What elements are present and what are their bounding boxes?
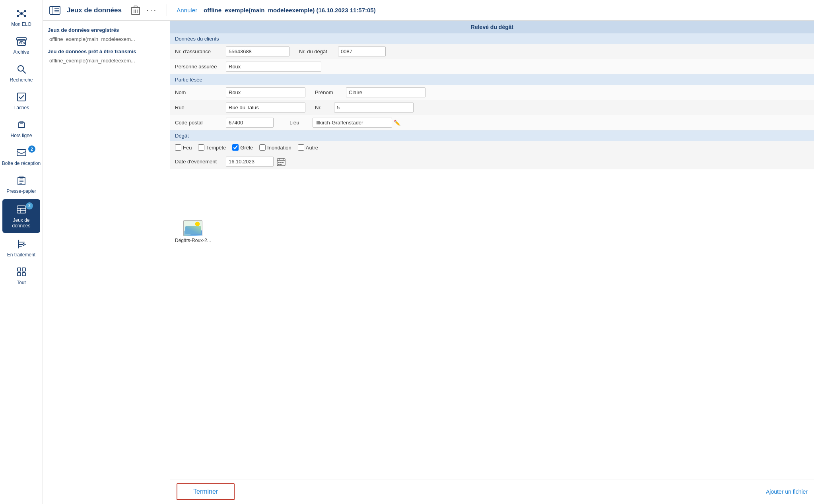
calendar-icon[interactable] — [277, 157, 286, 166]
sidebar-item-mon-elo[interactable]: Mon ELO — [0, 3, 43, 31]
topbar: Jeux de données ··· Annuler offline_exem… — [43, 0, 814, 21]
svg-rect-34 — [17, 268, 21, 271]
sidebar-label-hors-ligne: Hors ligne — [10, 133, 32, 138]
tasks-icon — [15, 91, 28, 103]
sidebar-item-taches[interactable]: Tâches — [0, 87, 43, 114]
delete-button[interactable] — [131, 5, 140, 16]
svg-rect-57 — [280, 164, 282, 165]
main-area: Jeux de données ··· Annuler offline_exem… — [43, 0, 814, 504]
grele-label: Grêle — [240, 145, 253, 151]
topbar-doc-title: offline_exemple(main_modeleexemple) (16.… — [204, 7, 376, 14]
sidebar-item-jeux-de-donnees[interactable]: 2 Jeux de données — [2, 199, 40, 233]
personne-assuree-input[interactable] — [226, 62, 321, 72]
lieu-input[interactable] — [313, 118, 392, 128]
svg-rect-56 — [278, 164, 280, 165]
inbox-icon — [15, 146, 28, 159]
svg-marker-60 — [190, 227, 202, 235]
nom-label: Nom — [175, 89, 223, 95]
sidebar: Mon ELO ELO Archive Recherche — [0, 0, 43, 504]
autre-label: Autre — [306, 145, 318, 151]
svg-marker-59 — [184, 226, 202, 235]
sidebar-item-presse-papier[interactable]: Presse-papier — [0, 170, 43, 198]
checkbox-autre[interactable]: Autre — [298, 144, 318, 151]
svg-text:ELO: ELO — [19, 42, 25, 45]
row-code-postal-lieu: Code postal Lieu ✏️ — [170, 115, 814, 130]
sidebar-label-jeux-de-donnees: Jeux de données — [4, 217, 39, 229]
tempete-label: Tempête — [206, 145, 226, 151]
section2-label: Jeu de données prêt à être transmis — [48, 48, 165, 54]
svg-rect-45 — [134, 6, 137, 8]
checkbox-grele[interactable]: Grêle — [232, 144, 253, 151]
attachment-item-1[interactable]: Dégâts-Roux-2... — [175, 220, 211, 243]
row-nom-prenom: Nom Prénom — [170, 85, 814, 100]
prenom-label: Prénom — [315, 89, 343, 95]
annuler-button[interactable]: Annuler — [177, 7, 197, 14]
svg-rect-16 — [18, 123, 25, 128]
date-evenement-input[interactable] — [226, 157, 274, 167]
more-options-button[interactable]: ··· — [146, 6, 157, 15]
code-postal-input[interactable] — [226, 118, 274, 128]
svg-rect-21 — [18, 177, 25, 185]
dataset-item-2[interactable]: offline_exemple(main_modeleexem... — [48, 58, 165, 64]
lieu-edit-icon[interactable]: ✏️ — [394, 120, 400, 126]
section-partie-lesee: Partie lésée — [170, 74, 814, 85]
nr-assurance-input[interactable] — [226, 47, 289, 56]
checkbox-tempete[interactable]: Tempête — [198, 144, 226, 151]
nr-input[interactable] — [334, 103, 414, 112]
dataset-item-1[interactable]: offline_exemple(main_modeleexem... — [48, 36, 165, 42]
svg-rect-26 — [17, 206, 26, 213]
topbar-title: Jeux de données — [67, 6, 122, 14]
processing-icon — [15, 238, 28, 250]
nr-degat-label: Nr. du dégât — [299, 48, 335, 54]
sidebar-item-archive[interactable]: ELO Archive — [0, 31, 43, 59]
row-personne-assuree: Personne assurée — [170, 59, 814, 74]
svg-rect-20 — [17, 149, 26, 156]
sidebar-toggle-button[interactable] — [49, 6, 60, 15]
lieu-input-wrap: ✏️ — [313, 118, 400, 128]
inbox-badge: 2 — [28, 145, 35, 153]
sidebar-item-tout[interactable]: Tout — [0, 262, 43, 289]
sidebar-label-en-traitement: En traitement — [7, 252, 35, 258]
sidebar-label-taches: Tâches — [14, 105, 29, 110]
terminer-button[interactable]: Terminer — [177, 483, 235, 500]
section-degat: Dégât — [170, 130, 814, 141]
rue-label: Rue — [175, 105, 223, 110]
left-panel: Jeux de données enregistrés offline_exem… — [43, 21, 170, 504]
attachment-filename: Dégâts-Roux-2... — [175, 238, 211, 243]
sidebar-label-boite-reception: Boîte de réception — [2, 161, 41, 166]
checkbox-inondation[interactable]: Inondation — [259, 144, 291, 151]
svg-rect-55 — [282, 162, 284, 163]
nom-input[interactable] — [226, 87, 305, 97]
attachment-area: Dégâts-Roux-2... — [170, 217, 814, 248]
rue-input[interactable] — [226, 103, 305, 112]
svg-point-61 — [195, 222, 200, 227]
ajouter-fichier-button[interactable]: Ajouter un fichier — [766, 488, 808, 495]
date-evenement-label: Date d'événement — [175, 159, 223, 165]
inondation-checkbox[interactable] — [259, 144, 266, 151]
right-panel: Relevé du dégât Données du clients Nr. d… — [170, 21, 814, 504]
svg-rect-53 — [278, 162, 280, 163]
sidebar-item-en-traitement[interactable]: En traitement — [0, 234, 43, 262]
svg-rect-35 — [22, 268, 25, 271]
svg-rect-58 — [184, 220, 202, 235]
feu-checkbox[interactable] — [175, 144, 181, 151]
sidebar-item-hors-ligne[interactable]: Hors ligne — [0, 114, 43, 142]
section-donnees-clients: Données du clients — [170, 33, 814, 44]
code-postal-label: Code postal — [175, 120, 223, 126]
prenom-input[interactable] — [346, 87, 425, 97]
grid-icon — [15, 266, 28, 278]
row-rue-nr: Rue Nr. — [170, 100, 814, 115]
sidebar-item-recherche[interactable]: Recherche — [0, 59, 43, 87]
lieu-label: Lieu — [289, 120, 309, 126]
tempete-checkbox[interactable] — [198, 144, 204, 151]
sidebar-item-boite-reception[interactable]: 2 Boîte de réception — [0, 142, 43, 170]
nr-degat-input[interactable] — [338, 47, 386, 56]
grele-checkbox[interactable] — [232, 144, 239, 151]
checkbox-feu[interactable]: Feu — [175, 144, 192, 151]
svg-line-5 — [18, 11, 21, 14]
autre-checkbox[interactable] — [298, 144, 304, 151]
feu-label: Feu — [183, 145, 192, 151]
svg-line-7 — [18, 14, 21, 16]
network-icon — [15, 7, 28, 20]
form-title: Relevé du dégât — [170, 21, 814, 33]
